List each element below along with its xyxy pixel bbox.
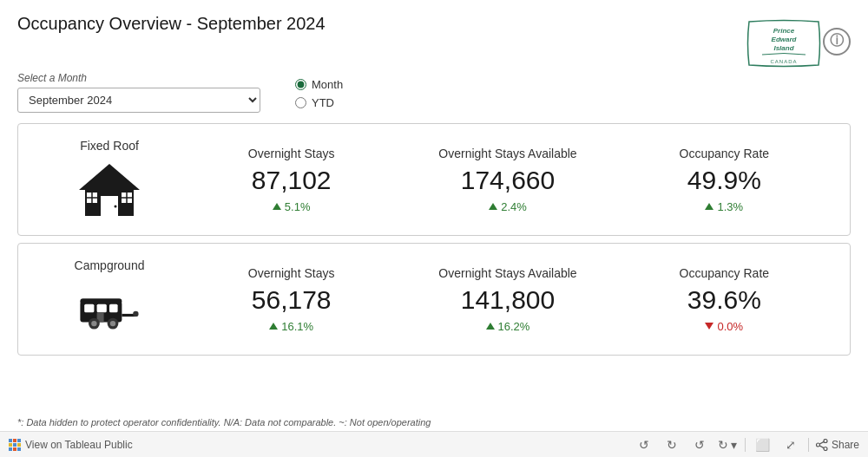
redo2-button[interactable]: ↻ ▾: [717, 434, 738, 455]
separator: [745, 438, 746, 452]
triangle-up-icon: [486, 323, 495, 330]
metric-label-0-1: Overnight Stays Available: [438, 147, 576, 160]
monitor-button[interactable]: ⬜: [753, 434, 773, 455]
svg-rect-17: [97, 304, 107, 312]
radio-ytd[interactable]: YTD: [295, 96, 343, 109]
svg-rect-18: [109, 304, 118, 312]
radio-ytd-label: YTD: [312, 96, 334, 109]
svg-point-36: [824, 447, 827, 450]
undo-button[interactable]: ↺: [634, 434, 654, 455]
metric-available-0: Overnight Stays Available 174,660 2.4%: [421, 147, 595, 213]
svg-line-37: [819, 441, 824, 444]
radio-month[interactable]: Month: [295, 78, 343, 91]
svg-line-38: [819, 446, 824, 448]
triangle-down-icon: [705, 323, 713, 330]
pei-logo: Prince Edward Island CANADA: [745, 17, 814, 65]
svg-rect-31: [9, 447, 12, 451]
change-text-1-2: 0.0%: [717, 320, 743, 333]
triangle-up-icon: [269, 323, 278, 330]
house-icon: [75, 160, 144, 220]
metric-overnight-stays-1: Overnight Stays 56,178 16.1%: [205, 266, 378, 333]
redo-button[interactable]: ↻: [661, 434, 682, 455]
metric-change-1-0: 16.1%: [269, 320, 313, 333]
month-select[interactable]: September 2024: [17, 88, 260, 113]
info-button[interactable]: ⓘ: [823, 28, 851, 55]
view-tableau-link[interactable]: View on Tableau Public: [9, 439, 133, 451]
svg-text:Island: Island: [773, 44, 794, 52]
metric-overnight-stays-0: Overnight Stays 87,102 5.1%: [205, 147, 378, 213]
metric-label-1-2: Occupancy Rate: [680, 266, 770, 280]
title-section: Occupancy Overview - September 2024: [17, 14, 326, 37]
metric-change-1-1: 16.2%: [486, 320, 530, 333]
select-label: Select a Month: [17, 72, 260, 84]
svg-rect-16: [84, 304, 94, 312]
svg-rect-30: [17, 443, 21, 447]
tableau-icon: [9, 439, 21, 451]
svg-point-35: [816, 443, 819, 447]
share-label: Share: [832, 439, 859, 451]
logo-info-section: Prince Edward Island CANADA ⓘ: [745, 17, 851, 65]
bottom-bar: View on Tableau Public ↺ ↻ ↺ ↻ ▾ ⬜ ⤢ Sha…: [0, 431, 868, 457]
svg-point-12: [115, 206, 117, 208]
svg-point-21: [91, 320, 96, 325]
campground-icon-section: Campground: [36, 258, 183, 340]
change-text-0-0: 5.1%: [285, 200, 311, 213]
change-text-1-1: 16.2%: [498, 320, 530, 333]
svg-text:CANADA: CANADA: [770, 59, 797, 64]
svg-rect-33: [17, 447, 21, 451]
radio-group: Month YTD: [295, 78, 343, 109]
svg-point-34: [824, 439, 827, 442]
svg-text:Edward: Edward: [772, 36, 798, 43]
metric-label-0-0: Overnight Stays: [248, 147, 335, 160]
page-title: Occupancy Overview - September 2024: [17, 14, 326, 34]
metric-occupancy-0: Occupancy Rate 49.9% 1.3%: [637, 147, 811, 213]
metric-value-0-0: 87,102: [252, 166, 332, 195]
metric-value-1-1: 141,800: [461, 285, 555, 315]
triangle-up-icon: [705, 203, 713, 210]
metric-value-1-2: 39.6%: [687, 285, 761, 315]
undo2-button[interactable]: ↺: [689, 434, 710, 455]
metric-available-1: Overnight Stays Available 141,800 16.2%: [421, 266, 595, 333]
fixed-roof-metrics: Overnight Stays 87,102 5.1% Overnight St…: [183, 147, 832, 213]
triangle-up-icon: [489, 203, 497, 210]
campground-label: Campground: [75, 258, 145, 272]
svg-rect-32: [13, 447, 16, 451]
footer-note: *: Data hidden to protect operator confi…: [17, 417, 851, 428]
metric-change-0-2: 1.3%: [705, 200, 743, 213]
expand-button[interactable]: ⤢: [780, 434, 801, 455]
triangle-up-icon: [273, 203, 281, 210]
metric-value-0-1: 174,660: [461, 166, 555, 195]
metric-change-1-2: 0.0%: [705, 320, 743, 333]
svg-rect-14: [80, 298, 122, 304]
svg-rect-25: [9, 439, 12, 442]
fixed-roof-label: Fixed Roof: [80, 139, 139, 153]
metric-change-0-0: 5.1%: [273, 200, 311, 213]
change-text-1-0: 16.1%: [281, 320, 313, 333]
campground-card: Campground: [17, 243, 851, 356]
svg-text:Prince: Prince: [773, 27, 795, 35]
metric-occupancy-1: Occupancy Rate 39.6% 0.0%: [637, 266, 811, 333]
metric-value-1-0: 56,178: [252, 285, 332, 315]
svg-point-23: [110, 320, 115, 325]
month-select-group: Select a Month September 2024: [17, 72, 260, 113]
change-text-0-2: 1.3%: [717, 200, 743, 213]
metric-label-0-2: Occupancy Rate: [680, 147, 770, 160]
svg-point-24: [133, 310, 138, 316]
fixed-roof-icon-section: Fixed Roof: [36, 139, 183, 220]
svg-rect-28: [9, 443, 12, 447]
controls-row: Select a Month September 2024 Month YTD: [17, 72, 851, 113]
svg-rect-27: [17, 439, 21, 442]
tableau-link-label: View on Tableau Public: [25, 439, 133, 451]
fixed-roof-card: Fixed Roof: [17, 123, 851, 236]
bottom-bar-right: ↺ ↻ ↺ ↻ ▾ ⬜ ⤢ Share: [634, 434, 859, 455]
svg-rect-26: [13, 439, 16, 442]
metric-value-0-2: 49.9%: [687, 166, 761, 195]
separator2: [808, 438, 809, 452]
svg-rect-29: [13, 443, 16, 447]
main-container: Occupancy Overview - September 2024 Prin…: [0, 0, 868, 457]
share-button[interactable]: Share: [816, 439, 859, 451]
camper-icon: [75, 279, 144, 340]
footer-area: *: Data hidden to protect operator confi…: [17, 417, 851, 431]
header-row: Occupancy Overview - September 2024 Prin…: [17, 14, 851, 65]
campground-metrics: Overnight Stays 56,178 16.1% Overnight S…: [183, 266, 832, 333]
